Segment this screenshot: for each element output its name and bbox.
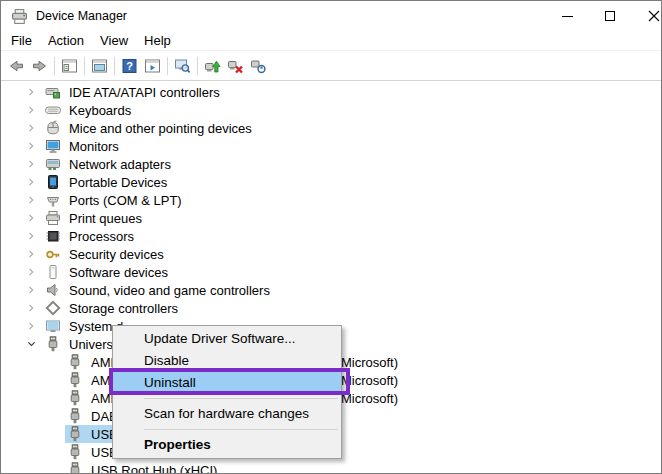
chevron-right-icon[interactable]: [25, 318, 38, 334]
uninstall-device-button[interactable]: [224, 54, 247, 78]
chevron-right-icon[interactable]: [25, 156, 38, 172]
tree-item-content: Software devices: [43, 263, 170, 281]
chevron-right-icon[interactable]: [25, 192, 38, 208]
tree-item-mice-and-other-pointing-devices[interactable]: Mice and other pointing devices: [1, 119, 661, 137]
chevron-right-icon[interactable]: [25, 246, 38, 262]
tree-item-content: USB Root Hub (xHCI): [65, 461, 277, 474]
security-key-icon: [45, 246, 61, 262]
tree-item-ports-com-lpt[interactable]: Ports (COM & LPT): [1, 191, 661, 209]
usb-icon: [67, 444, 83, 460]
toolbar-separator: [197, 57, 198, 75]
usb-icon: [67, 462, 83, 474]
chevron-right-icon[interactable]: [25, 138, 38, 154]
device-manager-window: Device Manager FileActionViewHelp ? IDE …: [0, 0, 662, 474]
scan-computer-button[interactable]: [171, 54, 194, 78]
context-menu-item-update-driver-software[interactable]: Update Driver Software...: [113, 328, 341, 350]
chevron-right-icon[interactable]: [25, 282, 38, 298]
tree-item-label: Processors: [69, 229, 134, 244]
toolbar-separator: [84, 57, 85, 75]
tree-item-label: Portable Devices: [69, 175, 167, 190]
tree-item-label: Print queues: [69, 211, 142, 226]
tree-item-content: Print queues: [43, 209, 144, 227]
usb-icon: [67, 426, 83, 442]
tree-item-security-devices[interactable]: Security devices: [1, 245, 661, 263]
context-menu-item-scan-for-hardware-changes[interactable]: Scan for hardware changes: [113, 403, 341, 425]
close-button[interactable]: [638, 1, 662, 31]
chevron-down-icon[interactable]: [25, 336, 38, 352]
svg-text:?: ?: [126, 60, 133, 72]
tree-item-label: Network adapters: [69, 157, 171, 172]
chevron-right-icon[interactable]: [25, 174, 38, 190]
update-driver-icon: [204, 58, 221, 74]
action-pane-button[interactable]: [141, 54, 164, 78]
chevron-right-icon[interactable]: [25, 120, 38, 136]
chevron-right-icon[interactable]: [25, 210, 38, 226]
close-icon: [648, 10, 660, 22]
tree-item-label: Sound, video and game controllers: [69, 283, 270, 298]
tree-item-label-suffix: Microsoft): [341, 373, 398, 388]
tree-item-software-devices[interactable]: Software devices: [1, 263, 661, 281]
tree-item-label: Keyboards: [69, 103, 131, 118]
context-menu-separator: [144, 398, 338, 399]
usb-icon: [67, 408, 83, 424]
network-adapter-icon: [45, 156, 61, 172]
toolbar-separator: [167, 57, 168, 75]
maximize-icon: [605, 11, 615, 21]
menubar-item-action[interactable]: Action: [40, 31, 92, 51]
tree-item-label: Software devices: [69, 265, 168, 280]
tree-item-monitors[interactable]: Monitors: [1, 137, 661, 155]
tree-item-label-suffix: Microsoft): [341, 355, 398, 370]
menubar-item-help[interactable]: Help: [136, 31, 179, 51]
console-tree-button[interactable]: [58, 54, 81, 78]
chevron-right-icon[interactable]: [25, 264, 38, 280]
tree-item-print-queues[interactable]: Print queues: [1, 209, 661, 227]
tree-item-label: Monitors: [69, 139, 119, 154]
tree-item-network-adapters[interactable]: Network adapters: [1, 155, 661, 173]
usb-icon: [45, 336, 61, 352]
context-menu-item-disable[interactable]: Disable: [113, 350, 341, 372]
context-menu-item-uninstall[interactable]: Uninstall: [113, 372, 341, 394]
tree-item-ide-ata-atapi-controllers[interactable]: IDE ATA/ATAPI controllers: [1, 83, 661, 101]
help-button[interactable]: ?: [118, 54, 141, 78]
tree-item-label-suffix: Microsoft): [341, 391, 398, 406]
processor-icon: [45, 228, 61, 244]
menubar: FileActionViewHelp: [1, 31, 661, 51]
chevron-right-icon[interactable]: [25, 84, 38, 100]
tree-item-storage-controllers[interactable]: Storage controllers: [1, 299, 661, 317]
tree-item-sound-video-and-game-controllers[interactable]: Sound, video and game controllers: [1, 281, 661, 299]
menubar-item-file[interactable]: File: [3, 31, 40, 51]
tree-item-content: Mice and other pointing devices: [43, 119, 254, 137]
back-button[interactable]: [5, 54, 28, 78]
tree-item-usb-root-hub-xhci[interactable]: USB Root Hub (xHCI): [1, 461, 661, 474]
storage-controller-icon: [45, 300, 61, 316]
tree-item-keyboards[interactable]: Keyboards: [1, 101, 661, 119]
toolbar-separator: [54, 57, 55, 75]
chevron-right-icon[interactable]: [25, 102, 38, 118]
scan-hardware-button[interactable]: [247, 54, 270, 78]
forward-button[interactable]: [28, 54, 51, 78]
tree-item-label: Security devices: [69, 247, 164, 262]
maximize-button[interactable]: [594, 1, 626, 31]
chevron-right-icon[interactable]: [25, 300, 38, 316]
toolbar-separator: [114, 57, 115, 75]
console-tree-icon: [61, 58, 78, 74]
context-menu-item-properties[interactable]: Properties: [113, 434, 341, 456]
menubar-item-view[interactable]: View: [92, 31, 136, 51]
minimize-button[interactable]: [551, 1, 583, 31]
ide-controller-icon: [45, 84, 61, 100]
usb-icon: [67, 390, 83, 406]
tree-item-processors[interactable]: Processors: [1, 227, 661, 245]
ports-icon: [45, 192, 61, 208]
chevron-right-icon[interactable]: [25, 228, 38, 244]
uninstall-device-icon: [227, 58, 244, 74]
tree-item-content: Universa: [43, 335, 122, 353]
tree-item-portable-devices[interactable]: Portable Devices: [1, 173, 661, 191]
context-menu-separator: [144, 429, 338, 430]
speaker-icon: [45, 282, 61, 298]
tree-item-label: USB Root Hub (xHCI): [91, 463, 217, 474]
forward-icon: [30, 58, 49, 74]
context-menu: Update Driver Software...DisableUninstal…: [112, 325, 342, 459]
tree-item-content: IDE ATA/ATAPI controllers: [43, 83, 222, 101]
properties-window-button[interactable]: [88, 54, 111, 78]
update-driver-button[interactable]: [201, 54, 224, 78]
